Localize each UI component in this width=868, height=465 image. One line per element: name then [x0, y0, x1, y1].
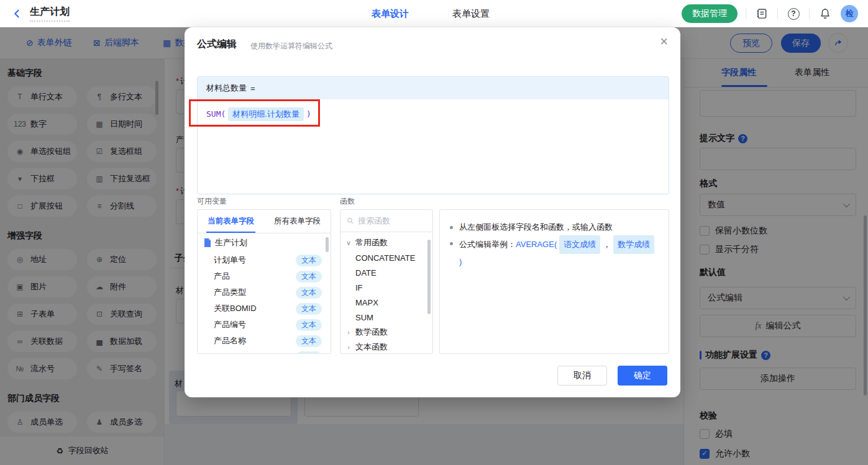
formula-editor: 材料总数量 = SUM(材料明细.计划数量) [197, 76, 669, 194]
chevron-collapsed-icon: › [345, 343, 352, 351]
bullet-icon [450, 226, 453, 229]
variable-row[interactable]: 文本 [198, 349, 331, 354]
variable-row[interactable]: 计划单号文本 [198, 252, 331, 268]
type-badge: 文本 [296, 319, 322, 331]
tips-panel: 从左侧面板选择字段名和函数，或输入函数 公式编辑举例：AVERAGE(语文成绩，… [439, 209, 669, 354]
variable-row[interactable]: 产品类型文本 [198, 284, 331, 300]
formula-target-row: 材料总数量 = [198, 77, 669, 99]
variables-scrollbar[interactable] [326, 237, 329, 252]
type-badge: 文本 [296, 271, 322, 282]
formula-close-paren: ) [306, 109, 311, 119]
variables-label: 可用变量 [197, 196, 227, 207]
bullet-icon [450, 242, 453, 245]
help-glyph [788, 8, 800, 20]
data-manage-button[interactable]: 数据管理 [682, 4, 738, 23]
tree-root-form[interactable]: 生产计划 [198, 233, 331, 252]
contacts-book-glyph [756, 7, 768, 20]
chevron-left-icon [12, 8, 23, 19]
header-actions: 数据管理 检 [682, 0, 858, 27]
example-field-chip: 语文成绩 [559, 235, 600, 254]
chevron-expanded-icon: ∨ [345, 239, 352, 247]
app-root: 生产计划 表单设计 表单设置 数据管理 检 ⊘ 表单外链 ⊠ 后端 [0, 0, 868, 465]
function-search-input[interactable] [358, 216, 426, 225]
modal-subtitle: 使用数学运算符编辑公式 [250, 41, 332, 52]
avatar[interactable]: 检 [841, 5, 858, 22]
search-icon [347, 217, 354, 225]
function-group-math[interactable]: ›数学函数 [340, 325, 432, 340]
function-item[interactable]: SUM [340, 310, 432, 325]
type-badge: 文本 [296, 303, 322, 315]
formula-edit-modal: 公式编辑 使用数学运算符编辑公式 × 材料总数量 = SUM(材料明细.计划数量… [185, 27, 680, 397]
header-tabs: 表单设计 表单设置 [372, 0, 490, 27]
modal-title: 公式编辑 [197, 38, 237, 51]
confirm-button[interactable]: 确定 [618, 366, 667, 386]
formula-target-field: 材料总数量 [206, 83, 247, 94]
tip-line-1: 从左侧面板选择字段名和函数，或输入函数 [450, 219, 659, 235]
divider [777, 8, 778, 19]
close-icon[interactable]: × [660, 35, 668, 48]
functions-scrollbar[interactable] [427, 240, 431, 314]
tab-current-form-fields[interactable]: 当前表单字段 [198, 210, 264, 233]
tab-form-settings[interactable]: 表单设置 [452, 8, 490, 20]
help-icon[interactable] [786, 6, 801, 21]
function-item[interactable]: MAPX [340, 295, 432, 310]
divider [746, 8, 746, 19]
back-button[interactable] [9, 5, 26, 22]
tab-all-form-fields[interactable]: 所有表单字段 [264, 210, 331, 233]
variables-panel: 当前表单字段 所有表单字段 生产计划 计划单号文本 产品文本 产品类型文本 关联… [197, 209, 331, 354]
function-group-text[interactable]: ›文本函数 [340, 340, 432, 354]
type-badge: 文本 [296, 287, 322, 299]
formula-equals: = [250, 84, 255, 93]
function-list: ∨常用函数 CONCATENATE DATE IF MAPX SUM ›数学函数… [340, 232, 432, 354]
example-field-chip: 数学成绩 [613, 235, 654, 254]
function-item[interactable]: CONCATENATE [340, 250, 432, 265]
formula-input-area[interactable]: SUM(材料明细.计划数量) [198, 99, 669, 129]
type-badge: 文本 [296, 335, 322, 347]
variable-row[interactable]: 产品编号文本 [198, 317, 331, 333]
divider [809, 8, 810, 19]
bell-icon[interactable] [818, 6, 833, 21]
tab-form-design[interactable]: 表单设计 [372, 8, 409, 20]
variable-row[interactable]: 关联BOMID文本 [198, 300, 331, 317]
chevron-collapsed-icon: › [345, 328, 352, 336]
function-group-common[interactable]: ∨常用函数 [340, 235, 432, 250]
functions-panel: ∨常用函数 CONCATENATE DATE IF MAPX SUM ›数学函数… [340, 209, 433, 354]
page-title: 生产计划 [30, 6, 70, 22]
tip-line-2: 公式编辑举例：AVERAGE(语文成绩，数学成绩) [450, 235, 659, 270]
formula-function-token: SUM( [206, 109, 226, 119]
top-header: 生产计划 表单设计 表单设置 数据管理 检 [0, 0, 868, 27]
example-function-token: AVERAGE( [516, 240, 557, 249]
function-item[interactable]: DATE [340, 265, 432, 280]
bell-glyph [819, 7, 831, 20]
type-badge: 文本 [296, 351, 322, 354]
formula-field-chip[interactable]: 材料明细.计划数量 [228, 107, 304, 121]
functions-label: 函数 [340, 196, 355, 207]
variables-tabs: 当前表单字段 所有表单字段 [198, 210, 331, 233]
variable-row[interactable]: 产品文本 [198, 268, 331, 284]
document-icon [204, 238, 211, 247]
function-search [340, 210, 432, 232]
type-badge: 文本 [296, 255, 322, 266]
variable-row[interactable]: 产品名称文本 [198, 333, 331, 349]
cancel-button[interactable]: 取消 [557, 366, 607, 386]
contacts-book-icon[interactable] [754, 6, 769, 21]
function-item[interactable]: IF [340, 280, 432, 295]
